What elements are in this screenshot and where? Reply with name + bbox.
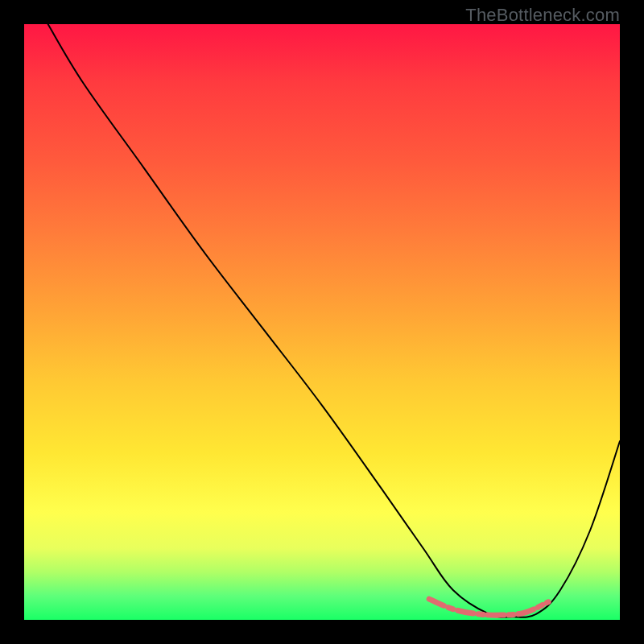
bottleneck-curve <box>48 24 620 617</box>
plot-gradient-background <box>24 24 620 620</box>
watermark-text: TheBottleneck.com <box>465 5 620 26</box>
optimal-highlight <box>429 599 548 615</box>
curve-svg-layer <box>24 24 620 620</box>
chart-canvas: TheBottleneck.com <box>0 0 644 644</box>
